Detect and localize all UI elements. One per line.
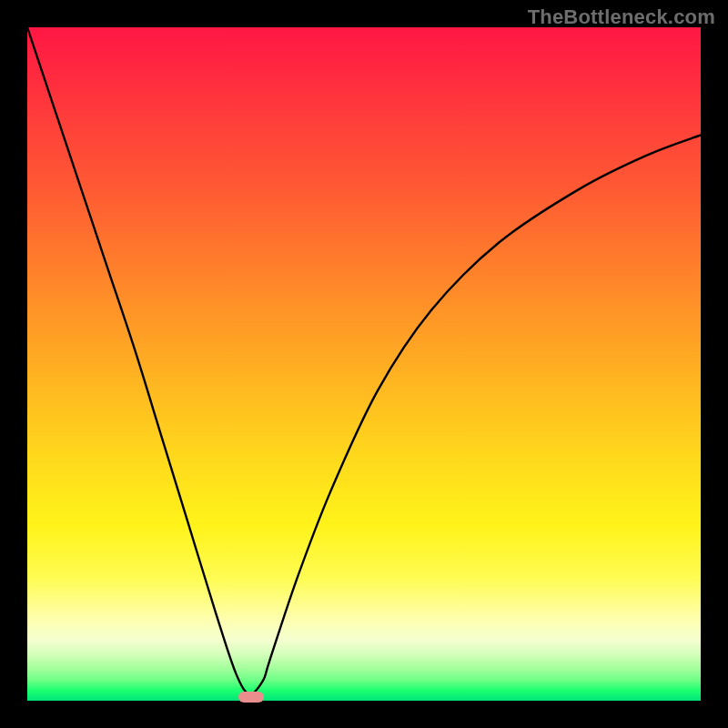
valley-marker xyxy=(238,692,264,703)
bottleneck-curve xyxy=(27,27,701,701)
watermark-text: TheBottleneck.com xyxy=(528,5,715,29)
plot-area xyxy=(27,27,701,701)
chart-frame: TheBottleneck.com xyxy=(0,0,728,728)
